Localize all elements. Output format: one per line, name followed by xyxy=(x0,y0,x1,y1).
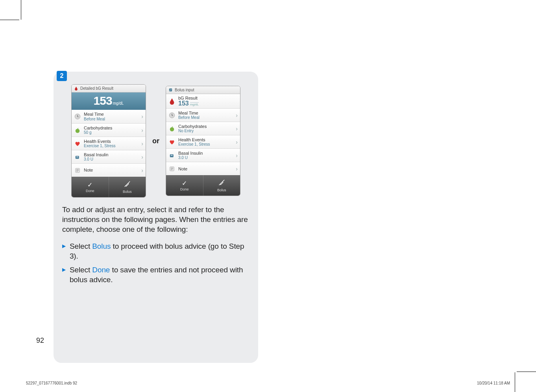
bolus-button[interactable]: Bolus xyxy=(109,177,146,197)
bottom-bar-left: ✓ Done Bolus xyxy=(72,177,146,197)
row-meal-time[interactable]: Meal Time Before Meal › xyxy=(72,110,146,123)
row-note[interactable]: Note › xyxy=(72,163,146,177)
screen-title-left: Detailed bG Result xyxy=(72,85,146,92)
chevron-right-icon: › xyxy=(235,126,238,132)
bolus-input-icon xyxy=(168,88,173,92)
row-carbohydrates[interactable]: Carbohydrates 50 g › xyxy=(72,123,146,137)
svg-rect-5 xyxy=(169,89,172,91)
row-text: Health Events Exercise 1, Stress xyxy=(84,139,140,148)
blood-drop-icon xyxy=(168,98,176,105)
bullet-link: Bolus xyxy=(92,242,111,250)
row-value: No Entry xyxy=(178,129,235,133)
done-button[interactable]: ✓ Done xyxy=(166,175,203,196)
bullet-item-done: ▶ Select Done to save the entries and no… xyxy=(62,265,250,285)
row-health-events[interactable]: Health Events Exercise 1, Stress › xyxy=(72,137,146,150)
screen-title-text: Detailed bG Result xyxy=(80,86,113,91)
instruction-panel: Detailed bG Result 153mg/dL Meal Time Be… xyxy=(54,72,258,363)
chevron-right-icon: › xyxy=(235,166,238,172)
done-label: Done xyxy=(86,189,94,193)
big-result-unit: mg/dL xyxy=(113,101,124,105)
device-screen-left: Detailed bG Result 153mg/dL Meal Time Be… xyxy=(71,84,146,198)
triangle-bullet-icon: ▶ xyxy=(62,267,66,273)
row-text: Basal Insulin 3.0 U xyxy=(178,151,235,160)
clock-icon xyxy=(74,113,81,120)
crop-mark-bottom-right-horiz xyxy=(517,372,536,372)
bullet-pre: Select xyxy=(70,242,92,250)
footer-timestamp: 10/20/14 11:18 AM xyxy=(477,381,510,385)
row-meal-time[interactable]: Meal Time Before Meal › xyxy=(166,108,240,122)
chevron-right-icon: › xyxy=(235,152,238,159)
chevron-right-icon: › xyxy=(235,139,238,145)
row-value: Exercise 1, Stress xyxy=(84,144,140,148)
bullet-pre: Select xyxy=(70,266,92,274)
row-label: Health Events xyxy=(84,139,140,144)
row-value: 50 g xyxy=(84,130,140,135)
chevron-right-icon: › xyxy=(140,127,143,133)
row-health-events[interactable]: Health Events Exercise 1, Stress › xyxy=(166,135,240,148)
row-basal-insulin[interactable]: Basal Insulin 3.0 U › xyxy=(72,150,146,163)
triangle-bullet-icon: ▶ xyxy=(62,243,66,250)
svg-point-7 xyxy=(170,127,174,131)
row-text: Note xyxy=(178,166,235,171)
heart-icon xyxy=(168,139,176,146)
bolus-label: Bolus xyxy=(123,190,132,194)
bottom-bar-right: ✓ Done Bolus xyxy=(166,175,240,196)
page-number: 92 xyxy=(36,337,44,345)
syringe-icon xyxy=(218,179,225,188)
row-label: Basal Insulin xyxy=(84,152,140,157)
big-result-left: 153mg/dL xyxy=(72,92,146,110)
screen-title-right: Bolus input xyxy=(166,86,240,94)
apple-icon xyxy=(168,125,176,132)
insulin-pump-icon xyxy=(74,153,81,161)
bullet-item-bolus: ▶ Select Bolus to proceed with bolus adv… xyxy=(62,241,250,261)
row-value: 3.0 U xyxy=(84,157,140,161)
insulin-pump-icon xyxy=(168,152,176,159)
row-text: bG Result 153 mg/dL xyxy=(178,96,238,107)
row-label: Meal Time xyxy=(84,112,140,116)
row-carbohydrates[interactable]: Carbohydrates No Entry › xyxy=(166,122,240,135)
row-label: Health Events xyxy=(178,137,235,142)
or-label: or xyxy=(150,137,162,145)
row-value: Exercise 1, Stress xyxy=(178,142,235,146)
row-text: Health Events Exercise 1, Stress xyxy=(178,137,235,146)
row-note[interactable]: Note › xyxy=(166,162,240,175)
row-label: Carbohydrates xyxy=(84,126,140,130)
big-result-value: 153 xyxy=(94,94,112,107)
bolus-label: Bolus xyxy=(217,188,226,192)
row-value: Before Meal xyxy=(84,117,140,121)
blood-drop-icon xyxy=(74,86,78,91)
note-icon xyxy=(168,165,176,172)
bullet-list: ▶ Select Bolus to proceed with bolus adv… xyxy=(62,241,250,285)
row-text: Basal Insulin 3.0 U xyxy=(84,152,140,161)
svg-rect-3 xyxy=(76,156,78,157)
crop-mark-top-left-vert xyxy=(21,0,21,20)
bolus-button[interactable]: Bolus xyxy=(203,175,240,196)
row-basal-insulin[interactable]: Basal Insulin 3.0 U › xyxy=(166,148,240,162)
row-label: Basal Insulin xyxy=(178,151,235,155)
chevron-right-icon: › xyxy=(140,154,143,160)
row-text: Note xyxy=(84,168,140,172)
intro-paragraph: To add or adjust an entry, select it and… xyxy=(62,205,250,234)
done-label: Done xyxy=(180,187,189,191)
bullet-link: Done xyxy=(92,266,110,274)
footer-file-and-page: 52297_07167776001.indb 92 xyxy=(26,381,77,385)
row-label: Meal Time xyxy=(178,111,235,115)
bg-result-value: 153 xyxy=(178,100,189,107)
row-bg-result[interactable]: bG Result 153 mg/dL xyxy=(166,94,240,108)
check-icon: ✓ xyxy=(87,181,92,189)
heart-icon xyxy=(74,140,81,147)
crop-mark-bottom-right-vert xyxy=(515,372,515,392)
note-icon xyxy=(74,167,81,174)
step-badge: 2 xyxy=(57,71,67,81)
row-text: Meal Time Before Meal xyxy=(84,112,140,121)
rows-right: bG Result 153 mg/dL Meal Time Before Mea… xyxy=(166,94,240,175)
syringe-icon xyxy=(124,181,131,189)
screens-row: Detailed bG Result 153mg/dL Meal Time Be… xyxy=(62,84,250,198)
row-label: Note xyxy=(178,166,235,171)
row-label: Carbohydrates xyxy=(178,124,235,129)
chevron-right-icon: › xyxy=(140,167,143,174)
check-icon: ✓ xyxy=(182,179,187,187)
row-label: Note xyxy=(84,168,140,172)
screen-title-text: Bolus input xyxy=(175,88,194,92)
done-button[interactable]: ✓ Done xyxy=(72,177,109,197)
